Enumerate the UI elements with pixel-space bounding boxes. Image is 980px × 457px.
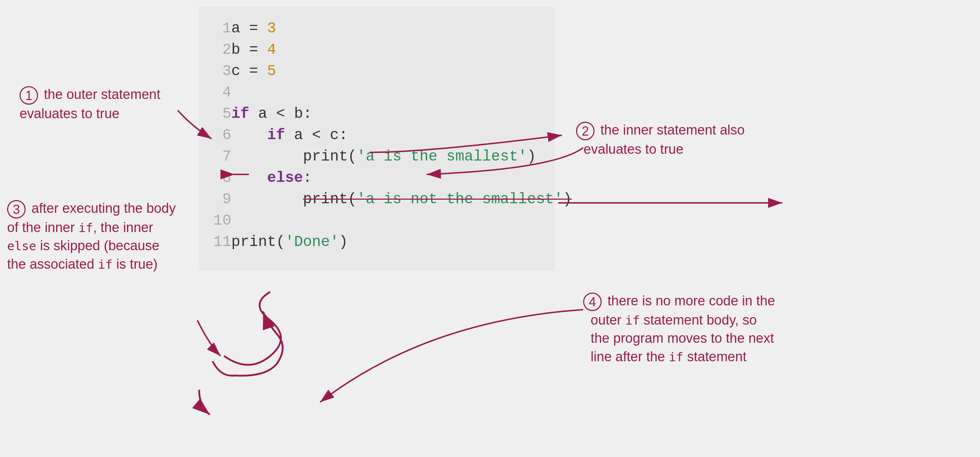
code-table: 1 a = 3 2 b = 4 3 c = 5 4	[213, 18, 572, 253]
annotation-4-text: there is no more code in the outer if st…	[583, 293, 775, 364]
line-num-1: 1	[213, 18, 231, 39]
line-num-11: 11	[213, 231, 231, 253]
code-line-9: 9 print('a is not the smallest')	[213, 189, 572, 210]
code-content-1: a = 3	[231, 18, 572, 39]
code-line-10: 10	[213, 210, 572, 231]
line-num-6: 6	[213, 125, 231, 146]
annotation-1-text: the outer statementevaluates to true	[19, 87, 161, 121]
annotation-3-number: 3	[7, 200, 25, 219]
line-num-9: 9	[213, 189, 231, 210]
code-line-2: 2 b = 4	[213, 39, 572, 61]
code-line-5: 5 if a < b:	[213, 103, 572, 125]
line-num-4: 4	[213, 82, 231, 103]
code-line-6: 6 if a < c:	[213, 125, 572, 146]
code-line-3: 3 c = 5	[213, 61, 572, 82]
code-content-8: else:	[231, 167, 572, 189]
code-content-11: print('Done')	[231, 231, 572, 253]
page: 1 a = 3 2 b = 4 3 c = 5 4	[0, 0, 980, 457]
code-content-2: b = 4	[231, 39, 572, 61]
line-num-8: 8	[213, 167, 231, 189]
line-num-10: 10	[213, 210, 231, 231]
code-line-7: 7 print('a is the smallest')	[213, 146, 572, 167]
code-line-11: 11 print('Done')	[213, 231, 572, 253]
code-content-9: print('a is not the smallest')	[231, 189, 572, 210]
code-line-8: 8 else:	[213, 167, 572, 189]
code-content-3: c = 5	[231, 61, 572, 82]
annotation-1: 1 the outer statementevaluates to true	[19, 85, 183, 123]
code-content-7: print('a is the smallest')	[231, 146, 572, 167]
code-content-5: if a < b:	[231, 103, 572, 125]
line-num-7: 7	[213, 146, 231, 167]
code-area: 1 a = 3 2 b = 4 3 c = 5 4	[199, 7, 555, 270]
line-num-2: 2	[213, 39, 231, 61]
annotation-4: 4 there is no more code in the outer if …	[583, 292, 956, 366]
code-content-6: if a < c:	[231, 125, 572, 146]
code-line-1: 1 a = 3	[213, 18, 572, 39]
annotation-3-text: after executing the bodyof the inner if,…	[7, 201, 176, 272]
line-num-5: 5	[213, 103, 231, 125]
annotation-3: 3 after executing the bodyof the inner i…	[7, 199, 192, 273]
code-line-4: 4	[213, 82, 572, 103]
annotation-2-text: the inner statement also evaluates to tr…	[576, 122, 745, 157]
annotation-4-number: 4	[583, 292, 601, 311]
annotation-2-number: 2	[576, 122, 595, 140]
annotation-2: 2 the inner statement also evaluates to …	[576, 121, 797, 158]
code-content-4	[231, 82, 572, 103]
code-content-10	[231, 210, 572, 231]
line-num-3: 3	[213, 61, 231, 82]
annotation-1-number: 1	[19, 86, 38, 105]
